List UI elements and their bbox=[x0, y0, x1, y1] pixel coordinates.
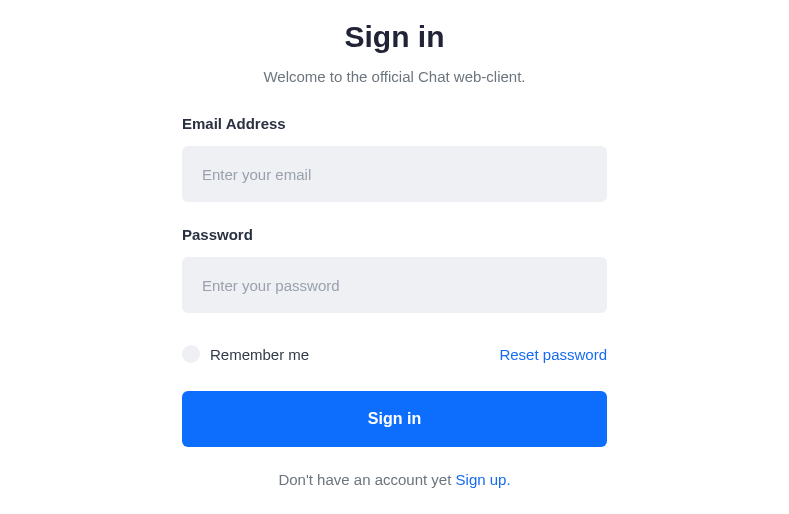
password-field[interactable] bbox=[182, 257, 607, 313]
signup-link[interactable]: Sign up. bbox=[456, 471, 511, 488]
remember-group: Remember me bbox=[182, 345, 309, 363]
remember-label: Remember me bbox=[210, 346, 309, 363]
email-field[interactable] bbox=[182, 146, 607, 202]
page-subtitle: Welcome to the official Chat web-client. bbox=[263, 68, 525, 85]
email-label: Email Address bbox=[182, 115, 607, 132]
reset-password-link[interactable]: Reset password bbox=[499, 346, 607, 363]
signup-prompt: Don't have an account yet bbox=[278, 471, 455, 488]
remember-checkbox[interactable] bbox=[182, 345, 200, 363]
page-title: Sign in bbox=[345, 20, 445, 54]
signin-form: Email Address Password Remember me Reset… bbox=[182, 115, 607, 488]
signin-button[interactable]: Sign in bbox=[182, 391, 607, 447]
options-row: Remember me Reset password bbox=[182, 345, 607, 363]
signup-row: Don't have an account yet Sign up. bbox=[182, 471, 607, 488]
signin-container: Sign in Welcome to the official Chat web… bbox=[182, 20, 607, 514]
password-label: Password bbox=[182, 226, 607, 243]
